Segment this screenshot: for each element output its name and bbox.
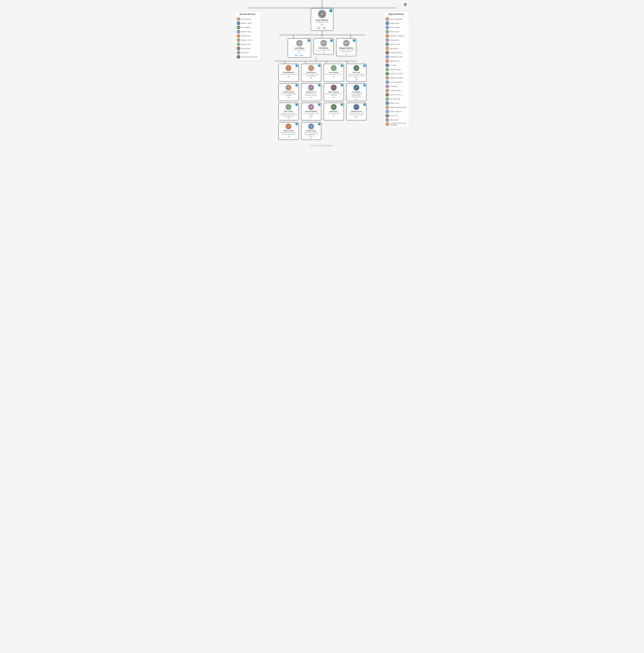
l3-bio-0[interactable]: Bio [280,75,297,77]
board-item-12[interactable]: UIUzodinma Iweala [384,67,408,72]
l2-bio-2[interactable]: Bio [315,51,332,53]
l3-linkedin-1[interactable]: in [318,65,320,67]
board-item-23[interactable]: LTLauren Tyler [384,114,408,118]
l3-linkedin-9[interactable]: in [318,104,320,106]
board-item-13[interactable]: LHLawrence H. Linden [384,72,408,76]
emeritus-item-8[interactable]: VSVirginia Sall [236,51,260,55]
l3-linkedin-12[interactable]: in [295,123,298,125]
l3-card-5[interactable]: in MD Melissa D. Ho Senior Vice Presiden… [301,83,321,101]
l3-linkedin-0[interactable]: in [295,65,298,67]
l3-card-13[interactable]: in RT Roberto Troya Senior Vice Presiden… [301,122,321,140]
board-item-22[interactable]: TAToddi A. Steelman [384,110,408,114]
l3-card-12[interactable]: in RS Rebecca Shaw Chief Scientist and S… [279,122,299,140]
emeritus-name-9: Anne P. Sidamon-Eristoff [241,56,257,58]
board-item-15[interactable]: LALuis Alberto Moreno [384,80,408,84]
l3-linkedin-4[interactable]: in [295,84,298,86]
l3-linkedin-3[interactable]: in [363,65,365,67]
l2-card-nik-sekhran[interactable]: in NS Nik Sekhran Chief Conservation Off… [313,38,334,54]
board-item-10[interactable]: MHMatthew Harris [384,59,408,63]
board-item-4[interactable]: ELElizabeth L. Littlefield [384,34,408,38]
l3-bio-10[interactable]: Bio [325,115,342,116]
board-item-21[interactable]: CSCarolina Schmidt Zaldívar [384,105,408,110]
emeritus-item-4[interactable]: MFMarshall Field [236,34,260,38]
board-item-25[interactable]: HMHer Majesty Jetsun Pema Wangchuck [384,122,408,126]
emeritus-item-2[interactable]: BBBruce Babbitt [236,25,260,30]
l2-name-1: Loren Mayor [290,47,309,49]
l3-bio-3[interactable]: Bio [348,79,365,80]
l3-avatar-0: JB [286,65,291,71]
l2-bio-3[interactable]: Bio [338,53,354,55]
l3-bio-12[interactable]: Bio [280,136,297,137]
l3-bio-11[interactable]: Bio [348,116,365,117]
l3-linkedin-8[interactable]: in [295,104,298,106]
board-item-1[interactable]: SMSanjeev Mehra [384,21,408,25]
board-item-7[interactable]: RDRuth DeFries [384,46,408,51]
emeritus-item-5[interactable]: KSKathryn S. Fuller [236,38,260,42]
l3-linkedin-6[interactable]: in [341,84,343,86]
l3-bio-6[interactable]: Bio [325,97,342,98]
l2-bio-1[interactable]: Bio [290,51,309,53]
linkedin-badge-l2-1[interactable]: in [308,40,310,42]
l3-card-8[interactable]: in JS Julie S. Miller Executive Vice-Pre… [279,103,299,120]
board-item-3[interactable]: SLShelly Lazarus [384,30,408,34]
l3-linkedin-5[interactable]: in [318,84,320,86]
board-item-6[interactable]: GMGerald M. Butts [384,42,408,46]
l3-card-10[interactable]: in MP Mike Pejcic Chief Financial Office… [324,103,344,120]
l3-card-7[interactable]: in TM Terry Macko Senior Vice President,… [346,83,366,101]
emeritus-item-0[interactable]: PMPamela Matson [236,17,260,21]
ceo-bio-link[interactable]: Bio [314,23,331,25]
l3-avatar-1: SB [308,65,314,71]
l3-bio-4[interactable]: Bio [280,97,297,98]
l3-card-6[interactable]: in RJ Renee Johnson Senior Vice Presiden… [324,83,344,101]
l3-bio-9[interactable]: Bio [303,116,320,117]
l3-linkedin-13[interactable]: in [318,123,320,125]
l3-card-3[interactable]: in JC Jason Clay Senior Vice President, … [346,64,366,81]
l3-card-2[interactable]: in KC Kerry Cesareo Senior Vice Presiden… [324,64,344,81]
l3-linkedin-7[interactable]: in [363,84,365,86]
emeritus-directors-title: Emeritus Directors [236,13,260,16]
l3-bio-2[interactable]: Bio [325,75,342,77]
l3-linkedin-10[interactable]: in [341,104,343,106]
l3-card-0[interactable]: in JB Johan Bergenas Senior Vice Preside… [279,64,299,81]
l3-bio-5[interactable]: Bio [303,97,320,98]
emeritus-item-6[interactable]: AMAdrienne Mars [236,42,260,46]
board-item-0[interactable]: YKYolanda Kakabadse [384,17,408,21]
ceo-card[interactable]: in CR Carter Roberts President and CEO B… [311,8,333,31]
l3-bio-7[interactable]: Bio [348,98,365,100]
l2-card-loren-mayor[interactable]: in LM Loren Mayor Chief Operating Office… [288,38,311,58]
board-item-18[interactable]: VSVincent S. Pérez Jr. [384,93,408,97]
emeritus-item-1[interactable]: WKWilliam K. Reilly [236,21,260,25]
board-item-11[interactable]: UHUrs Hölzle [384,63,408,67]
emeritus-avatar-0: PM [237,17,240,21]
board-item-5[interactable]: VBVirginia Busch [384,38,408,42]
l3-card-9[interactable]: in MM Marcene Mitchell Senior Vice Presi… [301,103,321,120]
linkedin-badge-l2-2[interactable]: in [330,40,333,42]
board-item-19[interactable]: CLClara Lee Pratte [384,97,408,101]
emeritus-item-9[interactable]: APAnne P. Sidamon-Eristoff [236,55,260,59]
l3-avatar-7: TM [354,85,359,91]
board-item-8[interactable]: LDLeonardo DiCaprio [384,51,408,55]
l3-card-4[interactable]: in GH Ginette Hemley Senior Vice Preside… [279,83,299,101]
emeritus-item-7[interactable]: GOGordon Orians [236,46,260,51]
l3-bio-8[interactable]: Bio [280,118,297,119]
board-item-14[interactable]: KMKathleen McLaughlin [384,76,408,80]
board-avatar-16: IM [385,84,389,88]
linkedin-badge-ceo[interactable]: in [330,9,332,12]
l2-card-margaret-ackerley[interactable]: in MA Margaret Ackerley Senior Vice Pres… [336,38,356,56]
l3-card-1[interactable]: in SB Sheila Bonini Senior Vice Presiden… [301,64,321,81]
l3-linkedin-2[interactable]: in [341,65,343,67]
l3-title-3: Senior Vice President, Markets, Executiv… [348,74,365,78]
board-item-9[interactable]: CBChristopher B. Field [384,55,408,59]
emeritus-item-3[interactable]: EPEdward P. Bass [236,30,260,34]
board-of-directors-panel: Board of Directors YKYolanda KakabadseSM… [383,8,409,140]
l3-linkedin-11[interactable]: in [363,104,365,106]
board-item-16[interactable]: IMIris Mwanza [384,84,408,89]
l3-bio-1[interactable]: Bio [303,77,320,78]
l3-card-11[interactable]: in AP Alejandro Pérez Senior Vice Presid… [346,103,366,120]
board-item-2[interactable]: RLRobert Litterman [384,25,408,30]
board-item-17[interactable]: APAmanda Paulson [384,89,408,93]
board-item-24[interactable]: JUJeffrey Ubben [384,118,408,122]
l3-bio-13[interactable]: Bio [303,137,320,138]
board-item-20[interactable]: RWRoger W. Sant [384,101,408,105]
linkedin-badge-l2-3[interactable]: in [353,40,355,42]
